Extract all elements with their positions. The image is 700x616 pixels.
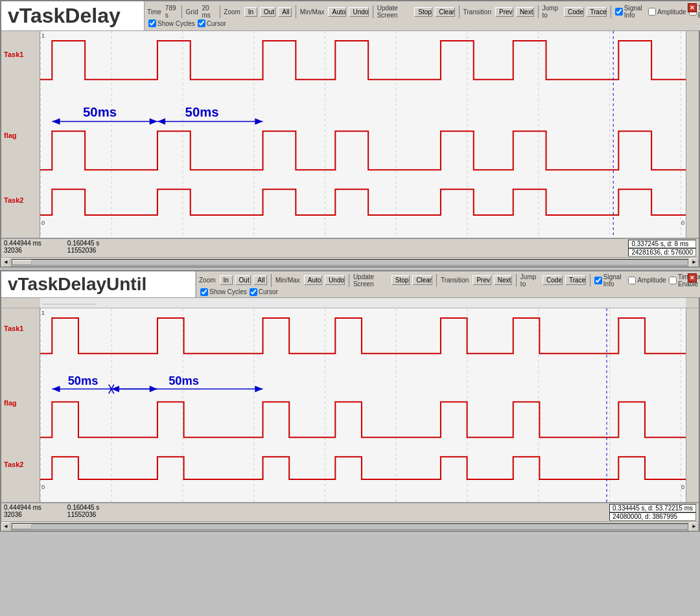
status-boxes-1: 0.337245 s, d: 8 ms 24281636, d: 576000 — [628, 240, 696, 257]
scroll-thumb-1[interactable] — [12, 260, 32, 265]
flag-label-1: flag — [4, 131, 17, 139]
cursor-label-2: Cursor — [259, 288, 278, 295]
next-btn-2[interactable]: Next — [494, 275, 512, 285]
zoom-all-btn-2[interactable]: All — [253, 275, 267, 285]
clear-btn-2[interactable]: Clear — [412, 275, 432, 285]
show-cycles-label-2: Show Cycles — [209, 288, 247, 295]
auto-btn-1[interactable]: Auto — [328, 7, 346, 17]
auto-btn-2[interactable]: Auto — [304, 275, 322, 285]
transition-label-2: Transition — [441, 277, 469, 284]
status-boxes-2: 0.334445 s, d: 53.72215 ms 24080000, d: … — [609, 504, 696, 521]
cursor-group-2: Cursor — [250, 288, 278, 296]
show-cycles-check-2[interactable] — [200, 288, 208, 296]
vscrollbar-2[interactable] — [686, 308, 699, 502]
amplitude-check-2[interactable] — [628, 277, 636, 284]
trace-btn-1[interactable]: Trace — [587, 7, 607, 17]
scale-right-bottom-1: 0 — [681, 220, 684, 226]
signal-info-check-2[interactable] — [594, 277, 602, 284]
hscrollbar-2[interactable]: ◄ ► — [1, 521, 699, 530]
close-button-1[interactable]: ✕ — [688, 3, 697, 12]
sep2-4 — [516, 274, 517, 287]
svg-text:50ms: 50ms — [68, 374, 99, 387]
status-box-val-1: 24281636, d: 576000 — [628, 248, 696, 257]
signal-labels-panel-1: Task1 flag Task2 — [1, 31, 40, 238]
vscrollbar-1[interactable] — [686, 31, 699, 238]
sep2 — [220, 5, 220, 18]
zoom-all-btn-1[interactable]: All — [278, 7, 292, 17]
next-btn-1[interactable]: Next — [516, 7, 534, 17]
task1-label-2: Task1 — [4, 325, 23, 332]
amplitude-label-2: Amplitude — [637, 277, 666, 284]
zoom-out-btn-2[interactable]: Out — [235, 275, 251, 285]
status-bar-2: 0.444944 ms 32036 0.160445 s 11552036 0.… — [1, 503, 699, 521]
signal-area-1: 1 0 0 Task1 flag Task2 — [1, 31, 699, 238]
prev-btn-2[interactable]: Prev — [472, 275, 491, 285]
grid-label-1: Grid — [186, 8, 198, 16]
status-left-2: 0.444944 ms 32036 0.160445 s 11552036 — [4, 504, 99, 521]
status-bar-1: 0.444944 ms 32036 0.160445 s 11552036 0.… — [1, 238, 699, 257]
clear-btn-1[interactable]: Clear — [435, 7, 454, 17]
show-cycles-check-1[interactable] — [148, 19, 156, 27]
status-left-1: 0.444944 ms 32036 0.160445 s 11552036 — [4, 240, 99, 257]
show-cycles-label-1: Show Cycles — [158, 20, 195, 27]
timestamps-label-1: Timestamps Enable — [698, 5, 700, 19]
status-right-2: 0.334445 s, d: 53.72215 ms 24080000, d: … — [609, 504, 696, 521]
zoom-in-btn-1[interactable]: In — [244, 7, 257, 17]
task1-label-1: Task1 — [4, 51, 23, 58]
status-time-2: 0.444944 ms 32036 — [4, 504, 41, 521]
scroll-track-1[interactable] — [12, 259, 688, 266]
scroll-right-2[interactable]: ► — [690, 522, 699, 531]
undo-btn-2[interactable]: Undo — [325, 275, 345, 285]
stop-btn-1[interactable]: Stop — [414, 7, 432, 17]
sep5 — [459, 5, 460, 18]
signal-info-label-1: Signal Info — [624, 5, 646, 19]
show-cycles-group-2: Show Cycles — [200, 288, 247, 296]
code-btn-2[interactable]: Code — [542, 275, 563, 285]
transition-label-1: Transition — [463, 8, 491, 16]
minmax-label-2: Min/Max — [275, 277, 300, 284]
grid-value-1: 20 ms — [202, 5, 215, 19]
svg-text:50ms: 50ms — [83, 105, 117, 119]
window2-title: vTaskDelayUntil — [8, 274, 146, 295]
preview-strip-2: ───────────── — [40, 298, 686, 308]
status-right-1: 0.337245 s, d: 8 ms 24281636, d: 576000 — [628, 240, 696, 257]
scroll-thumb-2[interactable] — [12, 524, 32, 529]
zoom-out-btn-1[interactable]: Out — [260, 7, 275, 17]
cursor-check-2[interactable] — [250, 288, 257, 296]
cursor-check-1[interactable] — [198, 19, 205, 27]
cursor-label-1: Cursor — [207, 20, 226, 27]
amplitude-check-1[interactable] — [648, 8, 656, 16]
close-button-2[interactable]: ✕ — [688, 273, 697, 282]
sep4 — [373, 5, 373, 18]
scroll-left-1[interactable]: ◄ — [1, 258, 10, 267]
code-btn-1[interactable]: Code — [564, 7, 583, 17]
svg-rect-12 — [40, 298, 686, 308]
scroll-preview-2: ───────────── — [1, 298, 699, 308]
hscrollbar-1[interactable]: ◄ ► — [1, 257, 699, 266]
timestamps-check-2[interactable] — [669, 277, 677, 284]
task2-label-1: Task2 — [4, 196, 23, 204]
sep6 — [538, 5, 539, 18]
trace-btn-2[interactable]: Trace — [565, 275, 586, 285]
time-value-1: 789 s — [165, 5, 178, 19]
update-label-2: Update Screen — [353, 273, 388, 288]
scroll-right-1[interactable]: ► — [690, 258, 699, 267]
status-mid-1: 0.160445 s 11552036 — [67, 240, 100, 257]
update-label-1: Update Screen — [377, 5, 411, 19]
signal-info-check-1[interactable] — [615, 8, 623, 16]
scroll-left-2[interactable]: ◄ — [1, 522, 10, 531]
scale-bottom-1: 0 — [41, 220, 45, 226]
stop-btn-2[interactable]: Stop — [391, 275, 410, 285]
window-vtaskdelayuntil: ✕ vTaskDelayUntil Zoom In Out All Min/Ma… — [0, 270, 700, 532]
window1-title: vTaskDelay — [8, 4, 121, 28]
zoom-in-btn-2[interactable]: In — [220, 275, 233, 285]
signal-area-2: 1 0 0 Task1 flag Task2 — [1, 308, 699, 503]
scroll-track-2[interactable] — [12, 523, 688, 530]
svg-rect-2 — [40, 31, 686, 238]
zoom-label-2: Zoom — [199, 277, 216, 284]
preview-svg-2: ───────────── — [40, 298, 686, 308]
signal-info-group-2: Signal Info — [594, 273, 626, 288]
prev-btn-1[interactable]: Prev — [495, 7, 513, 17]
status-box-time-2: 0.334445 s, d: 53.72215 ms — [609, 504, 696, 512]
undo-btn-1[interactable]: Undo — [349, 7, 368, 17]
